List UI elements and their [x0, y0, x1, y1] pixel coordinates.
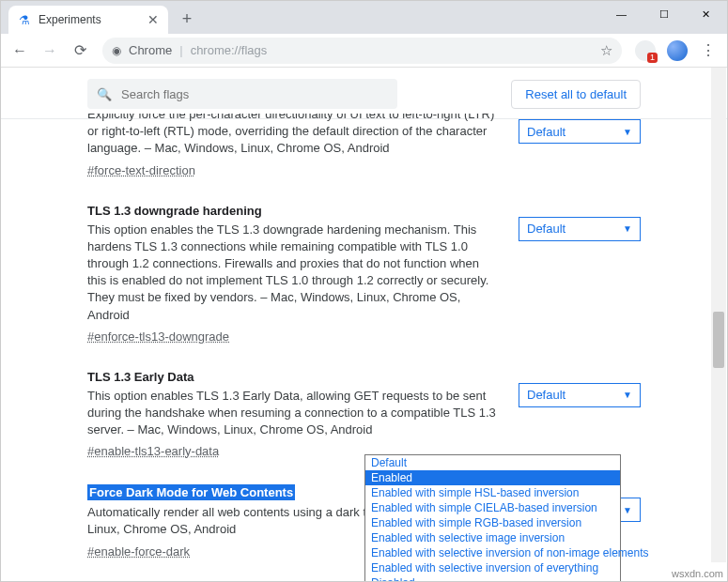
chevron-down-icon: ▼	[623, 127, 632, 137]
dropdown-option[interactable]: Enabled with simple RGB-based inversion	[365, 515, 620, 530]
flag-select-value: Default	[527, 388, 565, 402]
profile-avatar[interactable]	[667, 40, 688, 61]
flag-anchor-link[interactable]: #enable-tls13-early-data	[87, 444, 219, 458]
flag-item: TLS 1.3 downgrade hardening This option …	[87, 194, 641, 360]
overflow-menu-icon[interactable]: ⋮	[695, 41, 721, 59]
reset-all-button[interactable]: Reset all to default	[511, 80, 641, 109]
tab-title: Experiments	[39, 13, 140, 26]
forward-button[interactable]: →	[37, 38, 63, 64]
flag-select-dropdown[interactable]: DefaultEnabledEnabled with simple HSL-ba…	[364, 454, 621, 582]
new-tab-button[interactable]: +	[174, 6, 200, 32]
vertical-scrollbar[interactable]	[711, 68, 726, 562]
search-icon: 🔍	[97, 87, 112, 101]
window-close-button[interactable]: ✕	[685, 1, 727, 27]
dropdown-option[interactable]: Default	[365, 455, 620, 470]
flag-select-value: Default	[527, 125, 565, 139]
dropdown-option[interactable]: Enabled with selective inversion of ever…	[365, 560, 620, 575]
dropdown-option[interactable]: Enabled	[365, 470, 620, 485]
chevron-down-icon: ▼	[623, 223, 632, 234]
window-controls: — ☐ ✕	[600, 1, 727, 27]
flag-select[interactable]: Default ▼	[519, 119, 641, 144]
close-tab-icon[interactable]: ✕	[147, 12, 159, 27]
omnibox-separator: |	[179, 43, 182, 57]
bookmark-star-icon[interactable]: ☆	[600, 42, 612, 59]
search-flags-box[interactable]: 🔍	[87, 79, 397, 109]
flag-select-value: Default	[527, 222, 565, 236]
omnibox-url: chrome://flags	[191, 43, 593, 57]
chrome-icon: ◉	[112, 44, 121, 57]
flag-description: This option enables the TLS 1.3 downgrad…	[87, 222, 500, 324]
flag-item: Explicitly force the per-character direc…	[87, 114, 641, 194]
flag-title: TLS 1.3 downgrade hardening	[87, 204, 262, 218]
watermark: wsxdn.com	[672, 568, 723, 579]
flag-description: Explicitly force the per-character direc…	[87, 114, 500, 158]
omnibox-prefix: Chrome	[129, 43, 172, 57]
flag-anchor-link[interactable]: #force-text-direction	[87, 163, 195, 177]
browser-tab[interactable]: ⚗ Experiments ✕	[8, 6, 168, 34]
extension-badge: 1	[647, 53, 658, 63]
browser-toolbar: ← → ⟳ ◉ Chrome | chrome://flags ☆ 1 ⋮	[1, 34, 727, 68]
scrollbar-thumb[interactable]	[713, 312, 724, 368]
dropdown-option[interactable]: Disabled	[365, 575, 620, 582]
chevron-down-icon: ▼	[623, 505, 632, 515]
dropdown-option[interactable]: Enabled with simple CIELAB-based inversi…	[365, 500, 620, 515]
dropdown-option[interactable]: Enabled with selective inversion of non-…	[365, 545, 620, 560]
flag-title: TLS 1.3 Early Data	[87, 370, 194, 384]
flag-description: This option enables TLS 1.3 Early Data, …	[87, 388, 500, 439]
dropdown-option[interactable]: Enabled with selective image inversion	[365, 530, 620, 545]
back-button[interactable]: ←	[7, 38, 33, 64]
dropdown-option[interactable]: Enabled with simple HSL-based inversion	[365, 485, 620, 500]
search-input[interactable]	[119, 86, 388, 102]
flag-title: Force Dark Mode for Web Contents	[87, 484, 295, 500]
chevron-down-icon: ▼	[623, 390, 632, 400]
address-bar[interactable]: ◉ Chrome | chrome://flags ☆	[102, 38, 622, 64]
flag-anchor-link[interactable]: #enable-force-dark	[87, 544, 190, 559]
minimize-button[interactable]: —	[600, 1, 643, 27]
flask-icon: ⚗	[18, 13, 31, 26]
flag-select[interactable]: Default ▼	[519, 217, 641, 241]
maximize-button[interactable]: ☐	[643, 1, 685, 27]
reload-button[interactable]: ⟳	[67, 38, 93, 64]
window-titlebar: ⚗ Experiments ✕ + — ☐ ✕	[1, 1, 727, 34]
flag-select[interactable]: Default ▼	[519, 383, 641, 407]
flag-anchor-link[interactable]: #enforce-tls13-downgrade	[87, 329, 229, 344]
flags-header: 🔍 Reset all to default	[1, 68, 727, 119]
extension-icon[interactable]: 1	[635, 40, 656, 61]
